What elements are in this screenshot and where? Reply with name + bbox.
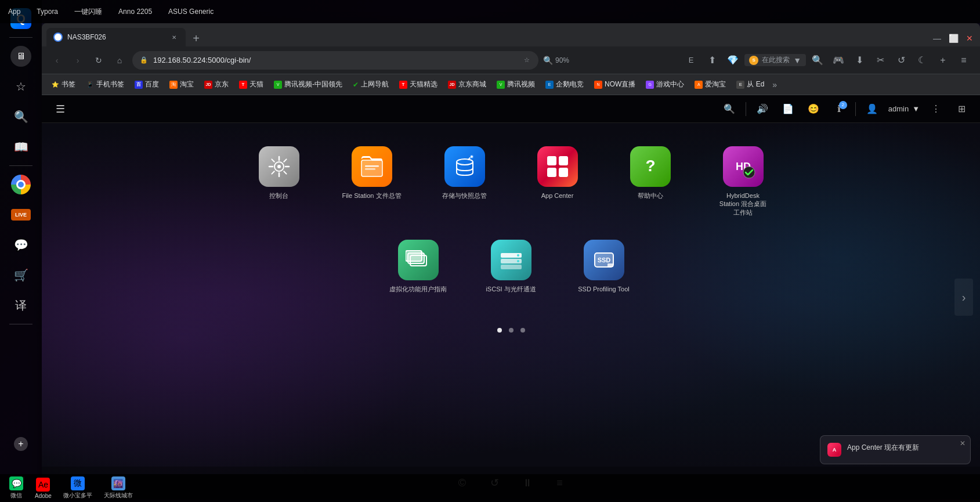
nas-app-help[interactable]: ? 帮助中心 (621, 146, 679, 216)
taskbar-cities[interactable]: 🌆 天际线城市 (99, 474, 138, 502)
browser-search-icon[interactable]: 🔍 (808, 51, 827, 70)
taskbar-wechat-icon: 💬 (9, 476, 23, 490)
nas-app-hybriddesk[interactable]: HD HybridDesk Station 混合桌面工作站 (714, 146, 772, 216)
bookmark-ed[interactable]: E 从 Ed (732, 77, 769, 92)
os-menu-anno[interactable]: Anno 2205 (115, 5, 156, 18)
taskbar-wechat-label: 微信 (10, 492, 22, 500)
sidebar-app-shop[interactable]: 🛒 (7, 261, 35, 289)
svg-rect-36 (607, 263, 613, 267)
os-menu-typora[interactable]: Typora (33, 5, 62, 18)
cut-icon[interactable]: ✂ (871, 51, 889, 70)
nas-app-control[interactable]: 控制台 (250, 146, 308, 216)
nas-user-btn[interactable]: admin ▼ (888, 104, 920, 113)
collections-btn[interactable]: 💎 (724, 51, 742, 70)
bookmark-tencent-v[interactable]: V 腾讯视频 (492, 77, 540, 92)
back-btn[interactable]: ‹ (49, 52, 65, 68)
nas-volume-btn[interactable]: 🔊 (753, 100, 772, 118)
nas-nav-arrow-right[interactable]: › (954, 279, 973, 316)
sidebar-app-store[interactable]: 🖥 (7, 42, 35, 70)
nas-user-icon[interactable]: 👤 (863, 100, 881, 118)
bookmark-label-tmall-select: 天猫精选 (410, 80, 437, 89)
more-bookmarks-btn[interactable]: » (770, 78, 779, 92)
os-menu-flash[interactable]: 一键闪睡 (71, 5, 106, 19)
nas-apps-btn[interactable]: ⊞ (952, 100, 971, 118)
nas-search-btn[interactable]: 🔍 (720, 100, 739, 118)
share-btn[interactable]: ⬆ (703, 51, 721, 70)
page-dot-2[interactable] (509, 328, 513, 333)
taskbar-wechat[interactable]: 💬 微信 (5, 474, 28, 502)
os-menu-app[interactable]: App (5, 5, 24, 18)
url-text: 192.168.50.224:5000/cgi-bin/ (153, 56, 518, 64)
bookmark-label-tencent-v: 腾讯视频 (507, 80, 535, 89)
tab-close-btn[interactable]: ✕ (169, 32, 179, 42)
maximize-btn[interactable]: ⬜ (948, 32, 959, 44)
nas-app-icon-hybriddesk: HD (723, 146, 764, 187)
nas-app-icon-filestation (352, 146, 392, 187)
nas-emoji-btn[interactable]: 😊 (804, 100, 823, 118)
sidebar-app-star[interactable]: ☆ (7, 73, 35, 100)
search-box[interactable]: S 在此搜索 ▼ (744, 54, 806, 66)
os-menu-asus[interactable]: ASUS Generic (165, 5, 217, 18)
nas-user-dropdown-icon: ▼ (912, 104, 920, 113)
close-browser-btn[interactable]: ✕ (964, 32, 975, 44)
menu-icon[interactable]: ≡ (954, 51, 973, 70)
nas-page-dots (497, 328, 525, 333)
nas-hamburger-btn[interactable]: ☰ (51, 100, 70, 118)
sidebar-app-live[interactable]: LIVE (7, 201, 35, 229)
sidebar-app-translate[interactable]: 译 (7, 291, 35, 319)
nas-app-storage[interactable]: 存储与快照总管 (436, 146, 494, 216)
bookmark-tmall[interactable]: T 天猫 (234, 77, 268, 92)
nas-app-ssd[interactable]: SSD SSD Profiling Tool (575, 240, 633, 293)
nas-app-iscsi[interactable]: iSCSI 与光纤通道 (482, 240, 540, 293)
download-icon[interactable]: ⬇ (850, 51, 869, 70)
sidebar-app-chat[interactable]: 💬 (7, 231, 35, 259)
sidebar-app-chrome[interactable] (7, 171, 35, 198)
browser-tab-active[interactable]: NAS3BF026 ✕ (46, 28, 186, 46)
notification-close-btn[interactable]: ✕ (960, 439, 965, 447)
bookmark-jd-mall[interactable]: JD 京东商城 (443, 77, 491, 92)
bookmark-label-jd-mall: 京东商城 (458, 80, 486, 89)
gamepad-icon[interactable]: 🎮 (829, 51, 848, 70)
page-dot-3[interactable] (520, 328, 525, 333)
bookmark-bookmarks[interactable]: ⭐ 书签 (46, 77, 80, 92)
refresh-btn[interactable]: ↻ (91, 52, 107, 68)
moon-icon[interactable]: ☾ (913, 51, 931, 70)
browser-icon-1[interactable]: E (682, 51, 700, 70)
undo-icon[interactable]: ↺ (892, 51, 910, 70)
svg-point-1 (277, 165, 281, 168)
sidebar-add-btn[interactable]: + (7, 430, 35, 458)
taskbar-adobe[interactable]: Ae Adobe (30, 475, 56, 501)
bookmark-jd[interactable]: JD 京东 (200, 77, 233, 92)
nas-file-btn[interactable]: 📄 (779, 100, 797, 118)
bookmark-tmall-select[interactable]: T 天猫精选 (395, 77, 442, 92)
bookmark-star-icon[interactable]: ☆ (522, 56, 531, 65)
nas-more-btn[interactable]: ⋮ (927, 100, 945, 118)
minimize-btn[interactable]: — (931, 32, 943, 44)
plus-tab-icon[interactable]: + (934, 51, 952, 70)
page-dot-1[interactable] (497, 328, 502, 333)
bookmark-tencent-video[interactable]: V 腾讯视频-中国领先 (269, 77, 347, 92)
bookmark-mobile[interactable]: 📱 手机书签 (81, 77, 129, 92)
nas-app-label-filestation: File Station 文件总管 (342, 192, 401, 200)
home-btn[interactable]: ⌂ (111, 52, 128, 68)
nas-app-appcenter[interactable]: App Center (529, 146, 587, 216)
bookmark-now[interactable]: N NOW直播 (590, 77, 640, 92)
nas-app-virt[interactable]: 虚拟化功能用户指南 (389, 240, 447, 293)
new-tab-btn[interactable]: + (188, 30, 204, 46)
url-bar[interactable]: 🔒 192.168.50.224:5000/cgi-bin/ ☆ (132, 51, 538, 70)
nas-topbar-divider (746, 102, 746, 116)
sidebar-app-search-side[interactable]: 🔍 (7, 103, 35, 131)
bookmark-taobao[interactable]: 淘 淘宝 (165, 77, 198, 92)
bookmark-baidu[interactable]: 百 百度 (130, 77, 164, 92)
svg-line-7 (284, 171, 286, 174)
bookmark-nav[interactable]: ✔ 上网导航 (348, 77, 393, 92)
forward-btn[interactable]: › (70, 52, 86, 68)
bookmark-aitaobao[interactable]: A 爱淘宝 (690, 77, 731, 92)
nas-app-filestation[interactable]: File Station 文件总管 (343, 146, 401, 216)
taskbar-weixiaobaop[interactable]: 微 微小宝多平 (59, 474, 97, 502)
sidebar-app-book[interactable]: 📖 (7, 133, 35, 161)
bookmark-game-center[interactable]: G 游戏中心 (641, 77, 689, 92)
nas-info-btn[interactable]: ℹ 2 (830, 100, 848, 118)
bookmark-penguin[interactable]: E 企鹅电竞 (541, 77, 588, 92)
svg-line-9 (272, 171, 274, 174)
